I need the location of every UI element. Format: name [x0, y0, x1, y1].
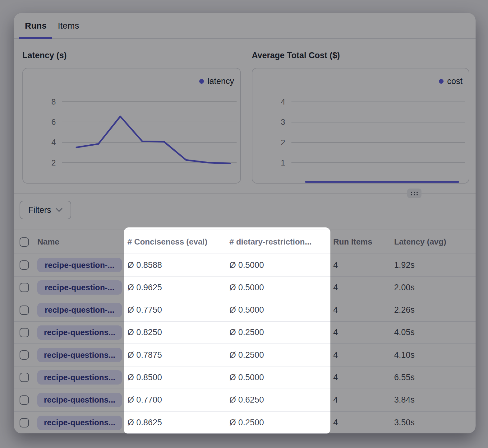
- cost-legend-label: cost: [447, 77, 463, 86]
- run-items-value: 4: [333, 283, 394, 292]
- dietary-restriction-value: Ø 0.5000: [229, 373, 333, 382]
- run-items-value: 4: [333, 418, 394, 427]
- column-header-conciseness: # Conciseness (eval): [127, 237, 229, 247]
- svg-text:4: 4: [51, 138, 56, 147]
- table-row[interactable]: recipe-questions... Ø 0.7875 Ø 0.2500 4 …: [14, 344, 476, 366]
- run-name-badge[interactable]: recipe-question-...: [37, 303, 122, 317]
- tab-items[interactable]: Items: [52, 13, 85, 38]
- row-checkbox[interactable]: [20, 395, 29, 405]
- table-header-row: Name # Conciseness (eval) # dietary-rest…: [14, 230, 476, 254]
- tab-items-label: Items: [58, 21, 79, 31]
- cost-legend: cost: [439, 77, 463, 86]
- runs-table: Name # Conciseness (eval) # dietary-rest…: [14, 230, 476, 433]
- run-name-badge[interactable]: recipe-questions...: [37, 370, 122, 385]
- dietary-restriction-value: Ø 0.5000: [229, 283, 333, 292]
- table-row[interactable]: recipe-questions... Ø 0.8250 Ø 0.2500 4 …: [14, 322, 476, 344]
- charts-section: Latency (s) 2468 latency Average Total C…: [14, 39, 476, 194]
- column-header-run-items: Run Items: [333, 237, 394, 247]
- table-row[interactable]: recipe-questions... Ø 0.7700 Ø 0.6250 4 …: [14, 389, 476, 412]
- cost-chart-title: Average Total Cost ($): [252, 51, 469, 60]
- grip-dots-icon: [411, 192, 418, 195]
- cost-legend-dot-icon: [439, 79, 444, 84]
- dietary-restriction-value: Ø 0.2500: [229, 350, 333, 360]
- row-checkbox[interactable]: [20, 306, 29, 315]
- latency-avg-value: 3.50s: [394, 418, 476, 427]
- latency-legend: latency: [199, 77, 234, 86]
- conciseness-value: Ø 0.8588: [127, 260, 229, 270]
- filters-button[interactable]: Filters: [20, 201, 71, 219]
- latency-legend-label: latency: [207, 77, 234, 86]
- row-checkbox[interactable]: [20, 418, 29, 427]
- tab-runs-label: Runs: [25, 21, 47, 31]
- filters-row: Filters: [20, 201, 71, 219]
- table-row[interactable]: recipe-question-... Ø 0.8588 Ø 0.5000 4 …: [14, 254, 476, 277]
- latency-avg-value: 4.10s: [394, 350, 476, 360]
- cost-chart: 1234 cost: [252, 68, 469, 184]
- dietary-restriction-value: Ø 0.2500: [229, 328, 333, 337]
- run-items-value: 4: [333, 328, 394, 337]
- latency-chart: 2468 latency: [22, 68, 241, 184]
- latency-chart-title: Latency (s): [22, 51, 241, 60]
- cost-chart-block: Average Total Cost ($) 1234 cost: [252, 51, 469, 184]
- table-row[interactable]: recipe-questions... Ø 0.8500 Ø 0.5000 4 …: [14, 366, 476, 389]
- column-header-name: Name: [37, 237, 127, 247]
- conciseness-value: Ø 0.8250: [127, 328, 229, 337]
- run-name-badge[interactable]: recipe-questions...: [37, 325, 122, 340]
- svg-text:2: 2: [281, 138, 285, 147]
- charts-table-divider: [14, 193, 476, 194]
- conciseness-value: Ø 0.8500: [127, 373, 229, 382]
- run-items-value: 4: [333, 395, 394, 405]
- conciseness-value: Ø 0.7750: [127, 305, 229, 315]
- latency-avg-value: 1.92s: [394, 260, 476, 270]
- latency-avg-value: 4.05s: [394, 328, 476, 337]
- column-header-dietary-restriction: # dietary-restriction...: [229, 237, 333, 247]
- panel-resize-handle[interactable]: [407, 189, 421, 198]
- run-name-badge[interactable]: recipe-question-...: [37, 258, 122, 272]
- run-name-badge[interactable]: recipe-questions...: [37, 416, 122, 430]
- conciseness-value: Ø 0.8625: [127, 418, 229, 427]
- svg-text:3: 3: [281, 118, 285, 127]
- svg-text:8: 8: [51, 97, 56, 106]
- row-checkbox[interactable]: [20, 350, 29, 360]
- dietary-restriction-value: Ø 0.6250: [229, 395, 333, 405]
- runs-panel: Runs Items Latency (s) 2468 latency Aver…: [14, 13, 476, 433]
- svg-text:6: 6: [51, 118, 56, 126]
- latency-avg-value: 2.26s: [394, 305, 476, 315]
- dietary-restriction-value: Ø 0.5000: [229, 305, 333, 315]
- run-items-value: 4: [333, 350, 394, 360]
- tab-runs[interactable]: Runs: [19, 13, 52, 38]
- latency-chart-block: Latency (s) 2468 latency: [22, 51, 241, 184]
- select-all-checkbox[interactable]: [20, 237, 29, 247]
- run-items-value: 4: [333, 260, 394, 270]
- latency-legend-dot-icon: [199, 79, 204, 84]
- svg-text:1: 1: [281, 158, 285, 167]
- latency-avg-value: 3.84s: [394, 395, 476, 405]
- table-row[interactable]: recipe-questions... Ø 0.8625 Ø 0.2500 4 …: [14, 412, 476, 433]
- row-checkbox[interactable]: [20, 283, 29, 292]
- filters-button-label: Filters: [28, 205, 51, 215]
- dietary-restriction-value: Ø 0.5000: [229, 260, 333, 270]
- table-row[interactable]: recipe-question-... Ø 0.9625 Ø 0.5000 4 …: [14, 277, 476, 299]
- table-row[interactable]: recipe-question-... Ø 0.7750 Ø 0.5000 4 …: [14, 299, 476, 322]
- run-name-badge[interactable]: recipe-questions...: [37, 393, 122, 407]
- run-name-badge[interactable]: recipe-questions...: [37, 348, 122, 362]
- latency-avg-value: 2.00s: [394, 283, 476, 292]
- row-checkbox[interactable]: [20, 260, 29, 270]
- run-items-value: 4: [333, 373, 394, 382]
- cost-line-chart: 1234: [252, 68, 469, 183]
- svg-text:4: 4: [281, 97, 285, 106]
- conciseness-value: Ø 0.9625: [127, 283, 229, 292]
- run-name-badge[interactable]: recipe-question-...: [37, 280, 122, 295]
- row-checkbox[interactable]: [20, 373, 29, 382]
- chevron-down-icon: [56, 208, 62, 212]
- column-header-latency-avg: Latency (avg): [394, 237, 476, 247]
- table-body: recipe-question-... Ø 0.8588 Ø 0.5000 4 …: [14, 254, 476, 433]
- run-items-value: 4: [333, 305, 394, 315]
- conciseness-value: Ø 0.7875: [127, 350, 229, 360]
- conciseness-value: Ø 0.7700: [127, 395, 229, 405]
- latency-avg-value: 6.55s: [394, 373, 476, 382]
- svg-text:2: 2: [51, 158, 56, 167]
- dietary-restriction-value: Ø 0.2500: [229, 418, 333, 427]
- tab-bar: Runs Items: [14, 13, 476, 39]
- row-checkbox[interactable]: [20, 328, 29, 337]
